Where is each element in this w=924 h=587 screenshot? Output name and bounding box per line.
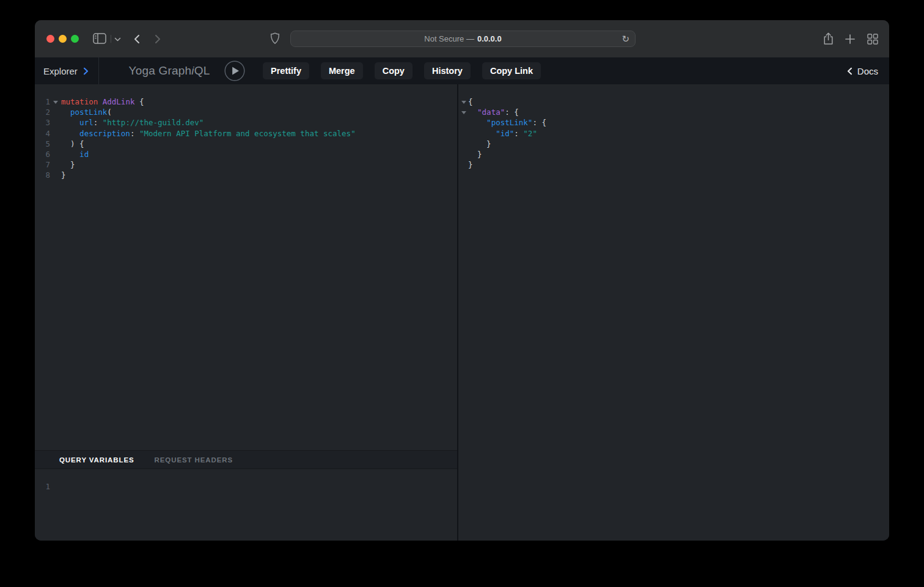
fold-column [50,107,61,117]
close-window-button[interactable] [46,35,54,43]
history-button[interactable]: History [424,62,471,79]
zoom-window-button[interactable] [71,35,79,43]
prettify-button[interactable]: Prettify [263,62,309,79]
code-text: { [468,97,473,107]
code-text: "id": "2" [468,128,537,139]
tab-request-headers[interactable]: REQUEST HEADERS [155,456,233,464]
toolbar-separator [111,35,111,43]
new-tab-icon[interactable] [845,34,855,44]
back-button-icon[interactable] [133,34,140,44]
chevron-left-icon [847,67,853,75]
code-line: } [460,149,889,159]
code-text: id [61,149,89,159]
code-text: "data": { [468,107,519,117]
line-number: 3 [35,117,50,128]
privacy-shield-icon[interactable] [270,32,280,45]
minimize-window-button[interactable] [59,35,67,43]
reload-icon[interactable]: ↻ [622,32,629,45]
url-security-label: Not Secure — [424,34,474,43]
code-line: 3 url: "http://the-guild.dev" [35,117,457,128]
toolbar-buttons: PrettifyMergeCopyHistoryCopy Link [263,57,541,84]
explorer-label: Explorer [43,66,78,76]
copy-link-button[interactable]: Copy Link [482,62,541,79]
line-number: 4 [35,128,50,139]
address-bar[interactable]: Not Secure — 0.0.0.0 ↻ [290,31,636,47]
url-host: 0.0.0.0 [477,34,502,43]
fold-column [50,139,61,149]
code-line: "data": { [460,107,889,117]
fold-column [50,149,61,159]
forward-button-icon[interactable] [155,34,161,44]
fold-column [460,128,468,139]
docs-toggle[interactable]: Docs [847,57,878,84]
fold-column [460,97,468,107]
line-number: 1 [35,97,50,107]
code-line: "postLink": { [460,117,889,128]
fold-column [460,159,468,170]
code-line: 1 [35,481,457,492]
main-content: 1mutation AddLink {2 postLink(3 url: "ht… [35,84,889,541]
code-text: } [468,159,473,170]
variables-editor[interactable]: 1 [35,469,457,541]
line-number: 1 [35,481,50,492]
code-line: 2 postLink( [35,107,457,117]
code-text: mutation AddLink { [61,97,144,107]
line-number: 7 [35,159,50,170]
docs-label: Docs [857,66,878,76]
graphiql-toolbar: Explorer Yoga GraphiQL PrettifyMergeCopy… [35,57,889,84]
tab-overview-icon[interactable] [867,34,878,45]
code-text: url: "http://the-guild.dev" [61,117,204,128]
execute-query-button[interactable] [224,60,245,81]
code-text: } [61,159,75,170]
fold-column [460,139,468,149]
code-line: 1mutation AddLink { [35,97,457,107]
fold-column [460,149,468,159]
traffic-lights [46,35,79,43]
line-number: 2 [35,107,50,117]
fold-column [50,170,61,180]
code-line: 7 } [35,159,457,170]
code-line: 6 id [35,149,457,159]
fold-column [460,107,468,117]
share-icon[interactable] [823,32,834,45]
fold-column [50,159,61,170]
code-text: postLink( [61,107,112,117]
sidebar-toggle-icon[interactable] [93,33,106,44]
fold-column [50,481,61,492]
fold-arrow-icon[interactable] [461,101,466,104]
line-number: 8 [35,170,50,180]
code-text: "postLink": { [468,117,546,128]
line-number: 5 [35,139,50,149]
variables-tabs: QUERY VARIABLESREQUEST HEADERS [35,450,457,469]
play-icon [224,60,245,81]
page-title: Yoga GraphiQL [99,57,240,84]
browser-window: Not Secure — 0.0.0.0 ↻ Explorer Yog [35,20,889,541]
query-pane: 1mutation AddLink {2 postLink(3 url: "ht… [35,84,457,541]
fold-column [50,128,61,139]
response-viewer: { "data": { "postLink": { "id": "2" } }} [458,84,889,541]
tab-query-variables[interactable]: QUERY VARIABLES [59,456,134,464]
copy-button[interactable]: Copy [375,62,413,79]
chevron-right-icon [83,67,89,75]
line-number: 6 [35,149,50,159]
code-line: { [460,97,889,107]
code-text: description: "Modern API Platform and ec… [61,128,356,139]
browser-chrome: Not Secure — 0.0.0.0 ↻ [35,20,889,57]
code-line: "id": "2" [460,128,889,139]
code-text: } [468,139,491,149]
code-line: } [460,139,889,149]
fold-arrow-icon[interactable] [53,101,58,104]
code-text: } [61,170,66,180]
code-line: 4 description: "Modern API Platform and … [35,128,457,139]
code-line: 8} [35,170,457,180]
fold-column [50,97,61,107]
code-text: ) { [61,139,84,149]
fold-column [50,117,61,128]
chevron-down-icon[interactable] [114,37,121,42]
explorer-toggle[interactable]: Explorer [35,57,99,84]
fold-column [460,117,468,128]
code-line: 5 ) { [35,139,457,149]
fold-arrow-icon[interactable] [461,111,466,114]
merge-button[interactable]: Merge [321,62,363,79]
query-editor[interactable]: 1mutation AddLink {2 postLink(3 url: "ht… [35,84,457,450]
